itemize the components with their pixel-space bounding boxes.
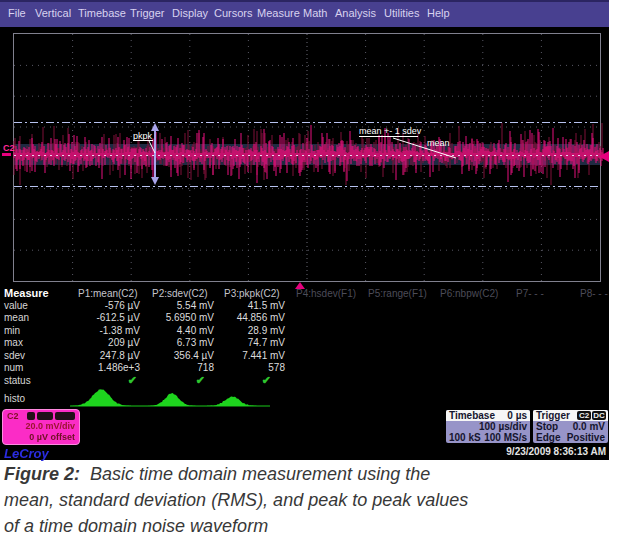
- svg-text:mean +- 1 sdev: mean +- 1 sdev: [359, 126, 422, 136]
- svg-text:mean: mean: [427, 138, 450, 148]
- svg-text:C2: C2: [3, 143, 15, 153]
- svg-text:pkpk: pkpk: [133, 131, 153, 141]
